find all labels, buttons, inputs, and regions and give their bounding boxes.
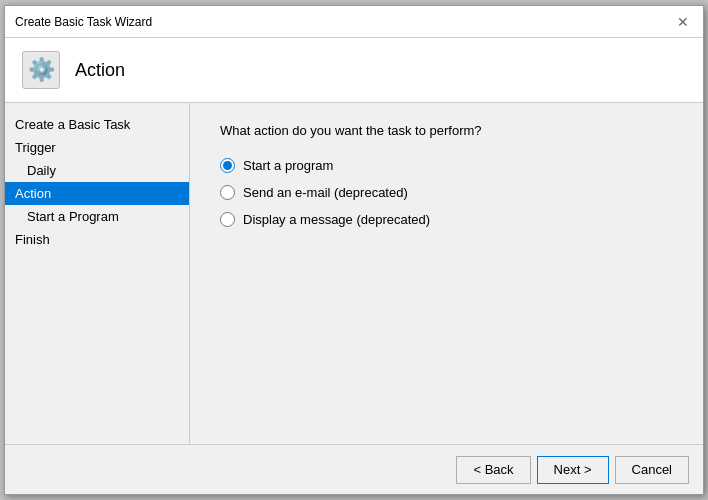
- sidebar-item-action[interactable]: Action: [5, 182, 189, 205]
- sidebar-item-finish[interactable]: Finish: [5, 228, 189, 251]
- footer: < Back Next > Cancel: [5, 444, 703, 494]
- create-basic-task-wizard: Create Basic Task Wizard ✕ ⚙️ Action Cre…: [4, 5, 704, 495]
- radio-input-send-email[interactable]: [220, 185, 235, 200]
- sidebar-item-trigger[interactable]: Trigger: [5, 136, 189, 159]
- back-button[interactable]: < Back: [456, 456, 530, 484]
- header-icon: ⚙️: [21, 50, 61, 90]
- main-content: What action do you want the task to perf…: [190, 103, 703, 444]
- radio-input-display-message[interactable]: [220, 212, 235, 227]
- task-icon-emoji: ⚙️: [28, 59, 55, 81]
- close-button[interactable]: ✕: [673, 12, 693, 32]
- title-bar-left: Create Basic Task Wizard: [15, 15, 152, 29]
- radio-input-start-program[interactable]: [220, 158, 235, 173]
- title-bar: Create Basic Task Wizard ✕: [5, 6, 703, 38]
- next-button[interactable]: Next >: [537, 456, 609, 484]
- sidebar-item-daily[interactable]: Daily: [5, 159, 189, 182]
- content-area: Create a Basic TaskTriggerDailyActionSta…: [5, 103, 703, 444]
- dialog-title: Create Basic Task Wizard: [15, 15, 152, 29]
- radio-item-send-email[interactable]: Send an e-mail (deprecated): [220, 185, 673, 200]
- radio-label-send-email: Send an e-mail (deprecated): [243, 185, 408, 200]
- sidebar-item-create-basic-task[interactable]: Create a Basic Task: [5, 113, 189, 136]
- task-icon-graphic: ⚙️: [22, 51, 60, 89]
- cancel-button[interactable]: Cancel: [615, 456, 689, 484]
- header-section: ⚙️ Action: [5, 38, 703, 103]
- radio-label-start-program: Start a program: [243, 158, 333, 173]
- radio-item-start-program[interactable]: Start a program: [220, 158, 673, 173]
- radio-label-display-message: Display a message (deprecated): [243, 212, 430, 227]
- radio-group: Start a programSend an e-mail (deprecate…: [220, 158, 673, 227]
- sidebar: Create a Basic TaskTriggerDailyActionSta…: [5, 103, 190, 444]
- header-title: Action: [75, 60, 125, 81]
- sidebar-item-start-a-program[interactable]: Start a Program: [5, 205, 189, 228]
- radio-item-display-message[interactable]: Display a message (deprecated): [220, 212, 673, 227]
- question-text: What action do you want the task to perf…: [220, 123, 673, 138]
